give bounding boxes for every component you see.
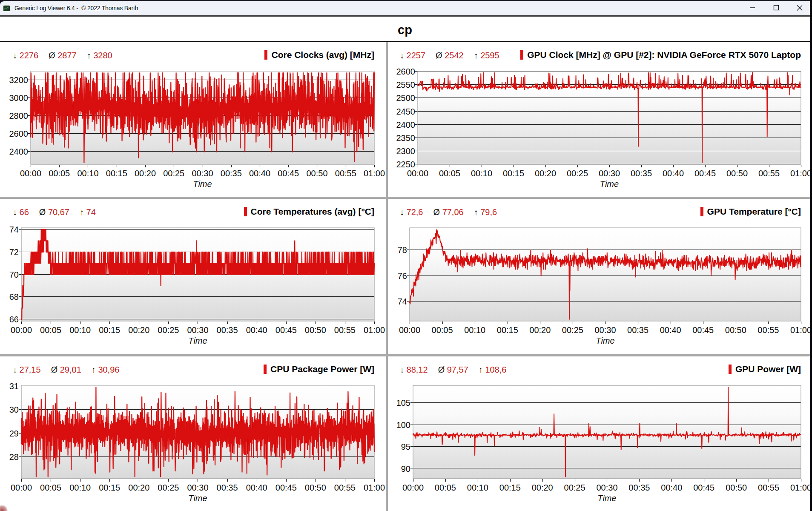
svg-text:00:00: 00:00	[11, 325, 32, 335]
svg-text:00:55: 00:55	[334, 325, 356, 335]
svg-text:00:10: 00:10	[464, 325, 485, 335]
svg-text:00:15: 00:15	[497, 325, 518, 335]
svg-text:00:25: 00:25	[567, 169, 588, 178]
svg-text:00:50: 00:50	[305, 483, 326, 492]
svg-text:78: 78	[398, 245, 407, 255]
svg-text:2600: 2600	[9, 129, 29, 138]
svg-text:00:25: 00:25	[158, 325, 179, 335]
svg-text:00:10: 00:10	[471, 169, 492, 178]
svg-text:66: 66	[9, 315, 19, 324]
svg-text:00:50: 00:50	[725, 325, 746, 335]
svg-text:00:15: 00:15	[99, 483, 120, 492]
svg-text:2800: 2800	[9, 111, 29, 121]
svg-text:01:00: 01:00	[790, 325, 811, 335]
svg-text:29: 29	[9, 429, 19, 438]
svg-text:00:20: 00:20	[532, 483, 553, 492]
svg-text:Time: Time	[597, 494, 616, 503]
svg-text:00:15: 00:15	[99, 325, 120, 335]
svg-text:01:00: 01:00	[364, 169, 385, 178]
svg-text:00:30: 00:30	[594, 325, 616, 335]
svg-text:00:35: 00:35	[221, 169, 242, 178]
svg-text:00:30: 00:30	[596, 483, 617, 492]
svg-text:00:45: 00:45	[278, 169, 299, 178]
svg-text:00:10: 00:10	[69, 483, 91, 492]
svg-text:00:05: 00:05	[49, 169, 70, 178]
svg-text:00:00: 00:00	[402, 483, 424, 492]
svg-text:00:20: 00:20	[128, 325, 149, 335]
svg-text:00:05: 00:05	[439, 169, 460, 178]
svg-text:00:30: 00:30	[192, 169, 213, 178]
svg-text:00:50: 00:50	[305, 325, 326, 335]
svg-text:105: 105	[396, 398, 410, 408]
svg-text:00:45: 00:45	[693, 483, 714, 492]
svg-text:31: 31	[9, 382, 19, 391]
svg-text:00:25: 00:25	[158, 483, 179, 492]
svg-text:00:00: 00:00	[407, 169, 428, 178]
svg-text:72: 72	[9, 247, 19, 257]
svg-text:76: 76	[398, 271, 407, 281]
svg-text:00:30: 00:30	[187, 325, 208, 335]
svg-text:00:20: 00:20	[135, 169, 156, 178]
svg-text:00:45: 00:45	[275, 483, 297, 492]
svg-text:00:50: 00:50	[726, 169, 748, 178]
svg-text:00:25: 00:25	[562, 325, 583, 335]
svg-text:2400: 2400	[396, 120, 416, 129]
svg-text:74: 74	[9, 225, 19, 234]
svg-text:00:40: 00:40	[249, 169, 270, 178]
svg-text:00:35: 00:35	[631, 169, 652, 178]
svg-text:00:50: 00:50	[726, 483, 747, 492]
svg-text:2250: 2250	[396, 160, 416, 169]
svg-text:00:35: 00:35	[217, 325, 238, 335]
svg-text:01:00: 01:00	[364, 483, 385, 492]
svg-text:00:30: 00:30	[187, 483, 208, 492]
svg-text:2500: 2500	[396, 93, 416, 103]
svg-text:00:15: 00:15	[106, 169, 127, 178]
svg-text:00:35: 00:35	[627, 325, 648, 335]
svg-text:95: 95	[401, 442, 410, 451]
svg-text:00:45: 00:45	[692, 325, 714, 335]
svg-text:01:00: 01:00	[790, 169, 811, 178]
svg-text:00:30: 00:30	[599, 169, 620, 178]
svg-text:Time: Time	[193, 179, 212, 189]
svg-text:00:40: 00:40	[661, 483, 682, 492]
svg-text:00:10: 00:10	[467, 483, 488, 492]
svg-text:90: 90	[401, 464, 410, 474]
svg-text:00:00: 00:00	[11, 483, 32, 492]
svg-text:2350: 2350	[396, 133, 416, 143]
svg-text:00:25: 00:25	[564, 483, 585, 492]
svg-text:00:55: 00:55	[334, 483, 356, 492]
svg-text:00:20: 00:20	[535, 169, 556, 178]
svg-text:00:05: 00:05	[40, 483, 61, 492]
svg-text:00:35: 00:35	[628, 483, 650, 492]
svg-text:Time: Time	[596, 336, 614, 345]
svg-text:Time: Time	[188, 336, 207, 345]
svg-text:00:25: 00:25	[163, 169, 184, 178]
svg-text:00:00: 00:00	[399, 325, 420, 335]
svg-text:00:40: 00:40	[246, 325, 267, 335]
svg-text:2600: 2600	[396, 67, 416, 76]
svg-text:2550: 2550	[396, 80, 416, 89]
svg-text:2450: 2450	[396, 107, 416, 116]
svg-text:00:15: 00:15	[499, 483, 521, 492]
svg-text:01:00: 01:00	[364, 325, 385, 335]
svg-text:00:20: 00:20	[128, 483, 149, 492]
svg-text:00:45: 00:45	[275, 325, 297, 335]
svg-text:00:05: 00:05	[40, 325, 61, 335]
svg-text:00:15: 00:15	[503, 169, 524, 178]
svg-text:28: 28	[9, 452, 19, 462]
svg-text:00:05: 00:05	[432, 325, 453, 335]
svg-text:00:05: 00:05	[435, 483, 456, 492]
svg-text:3000: 3000	[9, 93, 29, 103]
svg-text:00:10: 00:10	[69, 325, 91, 335]
svg-text:01:00: 01:00	[790, 483, 811, 492]
svg-text:00:55: 00:55	[335, 169, 356, 178]
svg-text:00:40: 00:40	[246, 483, 267, 492]
svg-text:00:20: 00:20	[529, 325, 551, 335]
svg-text:68: 68	[9, 292, 19, 301]
svg-text:2400: 2400	[9, 147, 29, 156]
svg-text:70: 70	[9, 270, 19, 279]
svg-text:3200: 3200	[9, 75, 29, 85]
svg-text:00:55: 00:55	[757, 325, 779, 335]
svg-text:00:00: 00:00	[20, 169, 41, 178]
svg-text:00:50: 00:50	[306, 169, 327, 178]
